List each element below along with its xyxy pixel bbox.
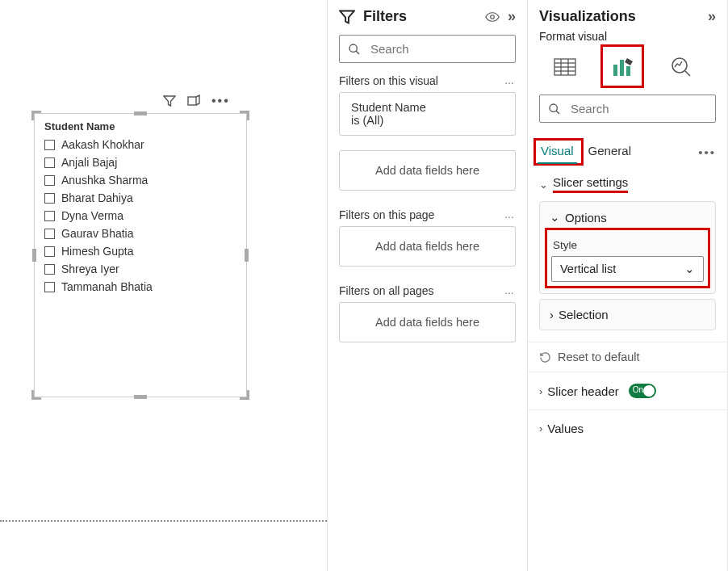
checkbox-icon[interactable] bbox=[44, 282, 55, 292]
filter-condition: is (All) bbox=[351, 114, 504, 127]
page-divider bbox=[0, 520, 327, 522]
slicer-visual[interactable]: Student Name Aakash Khokhar Anjali Bajaj… bbox=[34, 113, 247, 397]
filter-icon bbox=[339, 9, 355, 25]
svg-point-2 bbox=[349, 44, 357, 52]
style-dropdown[interactable]: Vertical list ⌄ bbox=[551, 256, 704, 282]
dropzone-page[interactable]: Add data fields here bbox=[339, 226, 516, 267]
filter-icon[interactable] bbox=[163, 94, 176, 107]
visualizations-title: Visualizations bbox=[539, 8, 636, 25]
search-input[interactable] bbox=[569, 101, 707, 116]
slicer-item-label: Shreya Iyer bbox=[61, 262, 119, 275]
style-label: Style bbox=[553, 239, 702, 251]
reset-icon bbox=[539, 351, 551, 363]
options-header[interactable]: ⌄ Options bbox=[540, 202, 715, 233]
style-value: Vertical list bbox=[560, 262, 616, 275]
analytics-icon[interactable] bbox=[667, 52, 696, 82]
filters-visual-header: Filters on this visual … bbox=[339, 74, 516, 87]
checkbox-icon[interactable] bbox=[44, 140, 55, 150]
eye-icon[interactable] bbox=[485, 10, 500, 24]
report-canvas[interactable]: ••• Student Name Aakash Khokhar Anjali B… bbox=[0, 0, 328, 571]
selection-header[interactable]: › Selection bbox=[540, 300, 715, 330]
more-icon[interactable]: … bbox=[504, 209, 516, 220]
slicer-title: Student Name bbox=[35, 114, 246, 136]
slicer-item-label: Himesh Gupta bbox=[61, 245, 133, 258]
checkbox-icon[interactable] bbox=[44, 157, 55, 168]
values-header[interactable]: › Values bbox=[539, 417, 716, 440]
search-input[interactable] bbox=[369, 41, 507, 57]
chevron-down-icon: ⌄ bbox=[550, 210, 560, 225]
build-visual-icon[interactable] bbox=[550, 52, 579, 82]
slicer-item[interactable]: Dyna Verma bbox=[44, 207, 236, 225]
svg-rect-9 bbox=[613, 65, 617, 76]
filters-title: Filters bbox=[363, 8, 407, 25]
focus-mode-icon[interactable] bbox=[187, 94, 200, 107]
slicer-item-label: Tammanah Bhatia bbox=[61, 280, 153, 293]
svg-rect-0 bbox=[188, 97, 196, 105]
slicer-item-label: Aakash Khokhar bbox=[61, 138, 144, 151]
more-icon[interactable]: … bbox=[504, 75, 516, 86]
checkbox-icon[interactable] bbox=[44, 175, 55, 186]
slicer-item[interactable]: Himesh Gupta bbox=[44, 242, 236, 260]
selection-card: › Selection bbox=[539, 299, 716, 330]
search-icon bbox=[348, 43, 361, 56]
checkbox-icon[interactable] bbox=[44, 246, 55, 257]
format-visual-subtitle: Format visual bbox=[528, 30, 727, 48]
slicer-header-toggle-row[interactable]: › Slicer header On bbox=[539, 379, 716, 403]
chevron-down-icon: ⌄ bbox=[684, 262, 695, 275]
svg-rect-11 bbox=[626, 66, 630, 76]
slicer-item[interactable]: Tammanah Bhatia bbox=[44, 278, 236, 296]
search-icon bbox=[548, 103, 561, 115]
more-icon[interactable]: … bbox=[504, 285, 516, 296]
dropzone-visual[interactable]: Add data fields here bbox=[339, 150, 516, 191]
chevron-right-icon: › bbox=[539, 422, 542, 435]
more-options-icon[interactable]: ••• bbox=[211, 94, 230, 108]
slicer-item-label: Dyna Verma bbox=[61, 209, 123, 222]
filter-field-name: Student Name bbox=[351, 101, 504, 114]
format-visual-icon[interactable] bbox=[609, 52, 638, 82]
chevron-down-icon: ⌄ bbox=[539, 178, 548, 191]
filter-card-student-name[interactable]: Student Name is (All) bbox=[339, 92, 516, 136]
reset-to-default[interactable]: Reset to default bbox=[528, 342, 727, 372]
tab-general[interactable]: General bbox=[587, 141, 633, 164]
collapse-icon[interactable]: » bbox=[708, 8, 716, 25]
dropzone-all[interactable]: Add data fields here bbox=[339, 302, 516, 342]
slicer-item-label: Anjali Bajaj bbox=[61, 156, 117, 169]
filters-search[interactable] bbox=[339, 35, 516, 63]
chevron-right-icon: › bbox=[539, 385, 542, 397]
slicer-item-label: Bharat Dahiya bbox=[61, 191, 133, 204]
checkbox-icon[interactable] bbox=[44, 264, 55, 275]
filters-pane: Filters » Filters on this visual … Stude… bbox=[328, 0, 528, 571]
slicer-item[interactable]: Shreya Iyer bbox=[44, 260, 236, 278]
visualizations-pane: Visualizations » Format visual bbox=[528, 0, 728, 571]
slicer-item[interactable]: Anjali Bajaj bbox=[44, 153, 236, 171]
slicer-items: Aakash Khokhar Anjali Bajaj Anushka Shar… bbox=[35, 136, 246, 296]
slicer-item-label: Gaurav Bhatia bbox=[61, 227, 134, 240]
visual-toolbar: ••• bbox=[163, 94, 230, 108]
checkbox-icon[interactable] bbox=[44, 229, 55, 239]
slicer-settings-header[interactable]: ⌄ Slicer settings bbox=[539, 170, 716, 198]
tab-visual[interactable]: Visual bbox=[539, 141, 575, 164]
slicer-item-label: Anushka Sharma bbox=[61, 174, 148, 187]
collapse-icon[interactable]: » bbox=[508, 8, 516, 25]
options-card: ⌄ Options Style Vertical list ⌄ bbox=[539, 201, 716, 294]
slicer-item[interactable]: Bharat Dahiya bbox=[44, 189, 236, 207]
chevron-right-icon: › bbox=[550, 308, 554, 321]
slicer-item[interactable]: Gaurav Bhatia bbox=[44, 225, 236, 242]
checkbox-icon[interactable] bbox=[44, 211, 55, 221]
format-search[interactable] bbox=[539, 94, 716, 123]
filters-all-header: Filters on all pages … bbox=[339, 284, 516, 297]
more-icon[interactable]: ••• bbox=[698, 145, 716, 159]
slicer-item[interactable]: Anushka Sharma bbox=[44, 171, 236, 189]
checkbox-icon[interactable] bbox=[44, 193, 55, 204]
slicer-item[interactable]: Aakash Khokhar bbox=[44, 136, 236, 153]
svg-point-13 bbox=[550, 104, 557, 111]
slicer-header-toggle[interactable]: On bbox=[629, 384, 656, 398]
filters-page-header: Filters on this page … bbox=[339, 208, 516, 221]
svg-rect-10 bbox=[620, 60, 624, 76]
svg-point-1 bbox=[491, 15, 495, 19]
